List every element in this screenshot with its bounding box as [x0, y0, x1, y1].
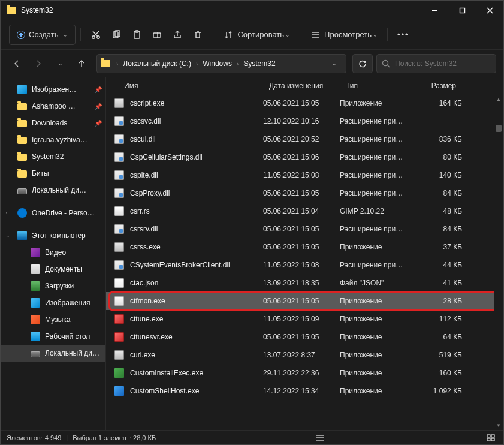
file-row[interactable]: CspProxy.dll05.06.2021 15:05Расширение п…: [106, 184, 503, 202]
file-row[interactable]: csrr.rs05.06.2021 15:04GIMP 2.10.2248 КБ: [106, 202, 503, 220]
selection-info: Выбран 1 элемент: 28,0 КБ: [73, 434, 156, 441]
item-label: Downloads: [32, 119, 67, 127]
breadcrumb[interactable]: Windows: [200, 58, 234, 69]
file-row[interactable]: ctfmon.exe05.06.2021 15:05Приложение28 К…: [106, 292, 503, 310]
close-button[interactable]: [476, 1, 503, 20]
col-size[interactable]: Размер: [417, 77, 462, 94]
search-input[interactable]: [395, 59, 491, 68]
sidebar-item[interactable]: Видео: [1, 244, 105, 261]
file-row[interactable]: CustomShellHost.exe14.12.2022 15:34Прило…: [106, 382, 503, 400]
sidebar-item[interactable]: Загрузки: [1, 278, 105, 294]
search-icon: [382, 59, 390, 68]
file-row[interactable]: ctac.json13.09.2021 18:35Файл "JSON"41 К…: [106, 274, 503, 292]
file-row[interactable]: csrsrv.dll05.06.2021 15:05Расширение при…: [106, 220, 503, 238]
col-date[interactable]: Дата изменения: [263, 77, 340, 94]
scroll-thumb[interactable]: [496, 125, 502, 132]
rename-button[interactable]: [147, 25, 167, 45]
sidebar-item[interactable]: Downloads📌: [1, 115, 105, 131]
scroll-up-button[interactable]: ▲: [494, 94, 503, 104]
file-row[interactable]: cscript.exe05.06.2021 15:05Приложение164…: [106, 94, 503, 112]
delete-button[interactable]: [188, 25, 208, 45]
up-button[interactable]: [73, 55, 90, 73]
search-box[interactable]: [376, 54, 496, 73]
sidebar-item[interactable]: Изображения: [1, 294, 105, 311]
col-name[interactable]: Имя: [106, 77, 263, 94]
file-date: 13.07.2022 8:37: [263, 351, 340, 359]
file-row[interactable]: CSystemEventsBrokerClient.dll11.05.2022 …: [106, 256, 503, 274]
sidebar-item[interactable]: Igra.na.vyzhiva…: [1, 131, 105, 148]
copy-button[interactable]: [106, 25, 126, 45]
breadcrumb[interactable]: Локальный диск (C:): [120, 58, 194, 69]
scroll-track[interactable]: [494, 104, 503, 420]
file-size: 48 КБ: [417, 207, 462, 215]
file-row[interactable]: cscsvc.dll12.10.2022 10:16Расширение при…: [106, 112, 503, 130]
refresh-button[interactable]: [352, 54, 373, 73]
file-name: cscript.exe: [130, 99, 263, 107]
maximize-button[interactable]: [448, 1, 476, 20]
paste-icon: [131, 29, 142, 40]
toolbar: Создать ⌄ Сортировать ⌄ Просмотреть ⌄ ••…: [1, 20, 503, 50]
file-type: Расширение при…: [340, 261, 417, 269]
sidebar-item[interactable]: ›OneDrive - Perso…: [1, 205, 105, 221]
titlebar[interactable]: System32: [1, 1, 503, 20]
sidebar-item[interactable]: Изображен…📌: [1, 81, 105, 98]
svg-line-18: [388, 65, 390, 68]
expand-icon[interactable]: ›: [5, 210, 7, 216]
scroll-down-button[interactable]: ▼: [494, 420, 503, 430]
col-type[interactable]: Тип: [340, 77, 417, 94]
sidebar-item[interactable]: Локальный ди…: [1, 182, 105, 199]
item-label: Igra.na.vyzhiva…: [32, 136, 87, 144]
view-button[interactable]: Просмотреть ⌄: [305, 25, 382, 45]
forward-button[interactable]: [29, 55, 47, 73]
file-date: 05.06.2021 15:04: [263, 207, 340, 215]
item-count: 4 949: [45, 434, 62, 441]
file-row[interactable]: csrss.exe05.06.2021 15:05Приложение37 КБ: [106, 238, 503, 256]
minimize-button[interactable]: [421, 1, 448, 20]
address-bar[interactable]: › Локальный диск (C:) › Windows › System…: [96, 54, 346, 73]
file-row[interactable]: cttunesvr.exe05.06.2021 15:05Приложение6…: [106, 328, 503, 346]
file-icon: [114, 152, 124, 162]
share-button[interactable]: [167, 25, 188, 45]
breadcrumb[interactable]: System32: [241, 58, 277, 69]
paste-button[interactable]: [126, 25, 147, 45]
back-button[interactable]: [8, 55, 26, 73]
scrollbar[interactable]: ▲ ▼: [494, 94, 503, 430]
file-row[interactable]: cttune.exe11.05.2022 15:09Приложение112 …: [106, 310, 503, 328]
sidebar-item[interactable]: Биты: [1, 165, 105, 182]
file-list[interactable]: cscript.exe05.06.2021 15:05Приложение164…: [106, 94, 503, 430]
file-row[interactable]: cscui.dll05.06.2021 20:52Расширение при……: [106, 130, 503, 148]
sidebar-item[interactable]: Музыка: [1, 311, 105, 328]
more-button[interactable]: •••: [393, 25, 414, 45]
expand-icon[interactable]: ⌄: [5, 233, 10, 239]
file-date: 05.06.2021 15:05: [263, 297, 340, 305]
file-type: Расширение при…: [340, 189, 417, 197]
file-icon: [114, 314, 124, 324]
sidebar-item[interactable]: Локальный ди…: [1, 345, 105, 362]
thumbnails-view-button[interactable]: [484, 432, 497, 443]
item-label: Видео: [45, 248, 66, 257]
item-label: Изображен…: [32, 85, 76, 94]
file-type: Приложение: [340, 243, 417, 251]
trash-icon: [192, 29, 203, 40]
sidebar-item[interactable]: ⌄Этот компьютер: [1, 227, 105, 244]
create-button[interactable]: Создать ⌄: [9, 25, 76, 45]
file-type: Приложение: [340, 297, 417, 305]
sidebar-item[interactable]: System32: [1, 148, 105, 165]
details-view-button[interactable]: [313, 432, 327, 443]
file-row[interactable]: CspCellularSettings.dll05.06.2021 15:06Р…: [106, 148, 503, 166]
file-row[interactable]: csplte.dll11.05.2022 15:08Расширение при…: [106, 166, 503, 184]
status-bar: Элементов: 4 949 | Выбран 1 элемент: 28,…: [1, 430, 503, 444]
recent-button[interactable]: ⌄: [51, 55, 69, 73]
item-icon: [17, 103, 27, 110]
sidebar-item[interactable]: Ashampoo …📌: [1, 98, 105, 115]
sidebar-item[interactable]: Рабочий стол: [1, 328, 105, 345]
sort-button[interactable]: Сортировать ⌄: [218, 25, 295, 45]
file-row[interactable]: curl.exe13.07.2022 8:37Приложение519 КБ: [106, 346, 503, 364]
file-name: ctac.json: [130, 279, 263, 287]
cut-button[interactable]: [86, 25, 106, 45]
file-row[interactable]: CustomInstallExec.exe29.11.2022 22:36При…: [106, 364, 503, 382]
sidebar-item[interactable]: Документы: [1, 261, 105, 278]
item-label: Музыка: [45, 315, 70, 324]
create-label: Создать: [29, 30, 58, 39]
address-dropdown[interactable]: ⌄: [325, 55, 342, 72]
